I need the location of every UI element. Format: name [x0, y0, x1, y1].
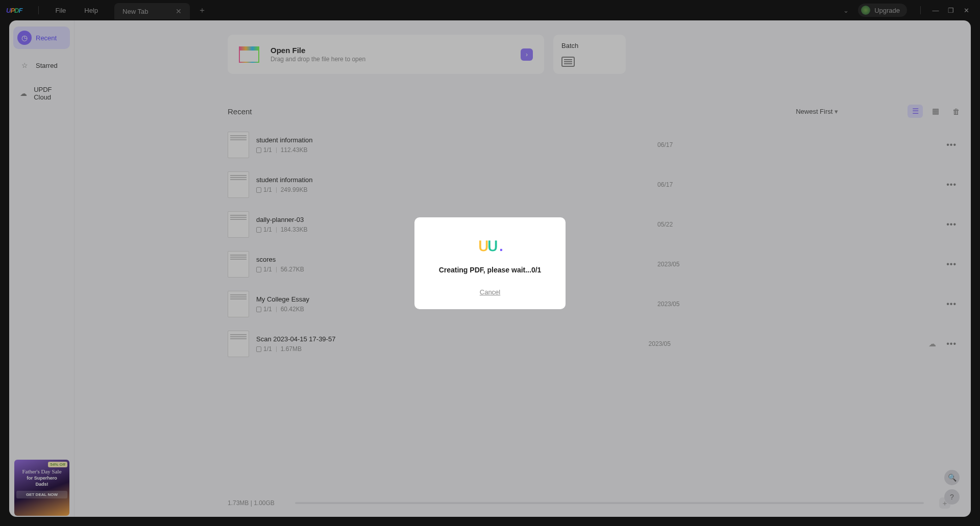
modal-message: Creating PDF, please wait...0/1 — [425, 266, 555, 274]
creating-pdf-modal: ᑌᑌ . Creating PDF, please wait...0/1 Can… — [414, 217, 566, 309]
loading-logo-icon: ᑌᑌ . — [425, 238, 555, 255]
cancel-button[interactable]: Cancel — [425, 288, 555, 296]
modal-overlay: ᑌᑌ . Creating PDF, please wait...0/1 Can… — [0, 0, 980, 526]
